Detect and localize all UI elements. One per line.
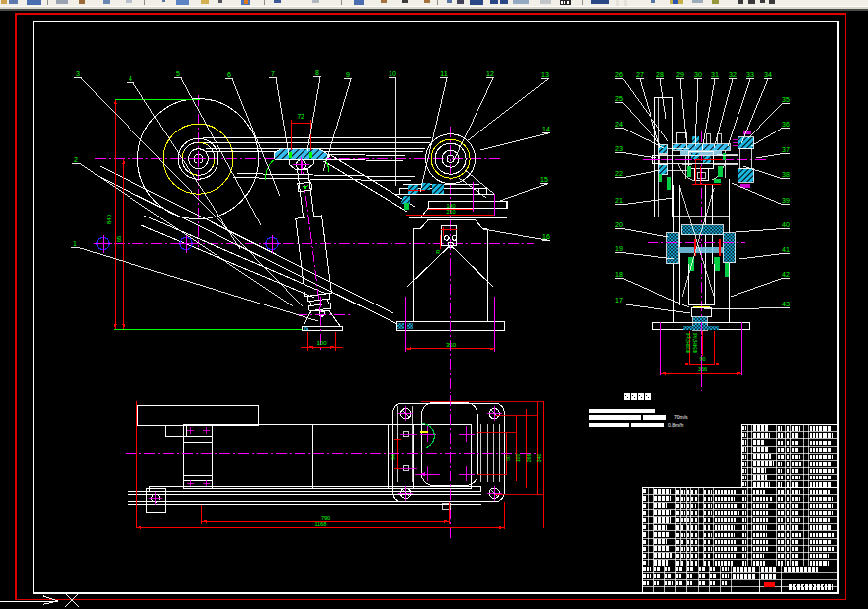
svg-text:37: 37 bbox=[782, 146, 790, 153]
svg-text:8: 8 bbox=[315, 69, 319, 76]
svg-text:356: 356 bbox=[698, 366, 707, 372]
svg-text:R: R bbox=[436, 249, 440, 255]
svg-text:36: 36 bbox=[782, 121, 790, 128]
svg-text:90: 90 bbox=[699, 356, 705, 362]
svg-text:790: 790 bbox=[321, 515, 330, 521]
svg-text:16: 16 bbox=[542, 233, 550, 240]
svg-text:31: 31 bbox=[711, 71, 719, 78]
svg-text:9: 9 bbox=[346, 71, 350, 78]
svg-text:20: 20 bbox=[615, 221, 623, 228]
svg-text:17: 17 bbox=[615, 297, 623, 304]
svg-text:72: 72 bbox=[297, 113, 304, 120]
svg-text:50: 50 bbox=[505, 455, 511, 461]
svg-text:22: 22 bbox=[615, 170, 623, 177]
svg-text:30: 30 bbox=[694, 71, 702, 78]
svg-text:38: 38 bbox=[782, 171, 790, 178]
svg-text:35: 35 bbox=[782, 96, 790, 103]
svg-text:21: 21 bbox=[615, 197, 623, 204]
svg-text:15: 15 bbox=[540, 176, 548, 183]
svg-text:41: 41 bbox=[782, 246, 790, 253]
svg-text:33: 33 bbox=[746, 71, 754, 78]
svg-text:19: 19 bbox=[615, 245, 623, 252]
svg-text:840: 840 bbox=[106, 214, 112, 224]
svg-text:29: 29 bbox=[676, 71, 684, 78]
svg-text:6: 6 bbox=[227, 71, 231, 78]
svg-text:14: 14 bbox=[542, 126, 550, 132]
svg-text:28: 28 bbox=[656, 71, 664, 78]
svg-text:7: 7 bbox=[271, 70, 275, 77]
svg-text:34: 34 bbox=[764, 71, 772, 78]
svg-text:100: 100 bbox=[515, 454, 521, 463]
svg-text:26: 26 bbox=[615, 71, 623, 78]
svg-text:0.8m/h: 0.8m/h bbox=[668, 422, 684, 428]
svg-text:11: 11 bbox=[440, 70, 447, 77]
svg-text:23: 23 bbox=[615, 145, 623, 152]
svg-text:12: 12 bbox=[486, 70, 494, 77]
svg-text:25: 25 bbox=[615, 95, 623, 102]
svg-text:210: 210 bbox=[446, 209, 455, 215]
svg-text:94: 94 bbox=[391, 454, 396, 460]
svg-text:Φ30H7/p6: Φ30H7/p6 bbox=[686, 332, 691, 353]
svg-text:1: 1 bbox=[73, 240, 77, 247]
svg-text:140: 140 bbox=[446, 203, 455, 209]
svg-text:70m/s: 70m/s bbox=[674, 414, 688, 420]
svg-text:Φ54H7/k6: Φ54H7/k6 bbox=[693, 332, 698, 353]
svg-text:2: 2 bbox=[74, 156, 78, 163]
svg-text:266: 266 bbox=[526, 454, 532, 463]
svg-text:350: 350 bbox=[446, 342, 457, 348]
svg-text:100: 100 bbox=[316, 340, 327, 346]
svg-text:40: 40 bbox=[782, 221, 790, 228]
svg-text:10: 10 bbox=[389, 70, 396, 77]
svg-text:3: 3 bbox=[76, 70, 80, 77]
svg-text:65: 65 bbox=[116, 235, 122, 242]
svg-text:340: 340 bbox=[536, 454, 542, 463]
svg-text:5: 5 bbox=[176, 70, 180, 77]
svg-text:43: 43 bbox=[782, 301, 790, 307]
svg-text:1168: 1168 bbox=[314, 521, 326, 527]
svg-text:39: 39 bbox=[782, 197, 790, 204]
svg-text:4: 4 bbox=[129, 75, 132, 82]
svg-text:18: 18 bbox=[615, 271, 623, 278]
svg-text:13: 13 bbox=[541, 71, 549, 78]
svg-text:24: 24 bbox=[615, 121, 623, 128]
svg-text:42: 42 bbox=[782, 271, 790, 278]
svg-text:27: 27 bbox=[636, 71, 644, 78]
svg-text:32: 32 bbox=[729, 71, 737, 78]
